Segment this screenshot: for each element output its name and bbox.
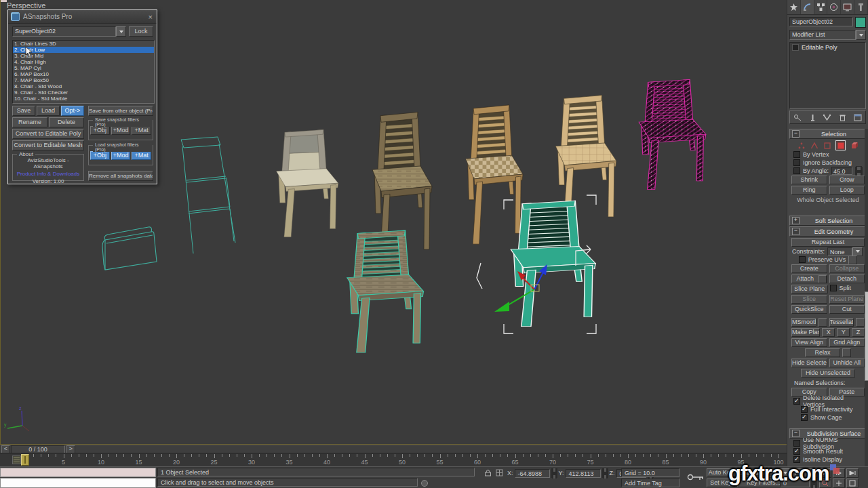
object-name-field[interactable]: SuperObject02 (789, 17, 853, 26)
remove-all-button[interactable]: Remove all snapshots data (88, 171, 153, 181)
unhide-all-button[interactable]: Unhide All (829, 359, 865, 367)
lock-button[interactable]: Lock (129, 26, 153, 37)
tab-motion[interactable] (827, 0, 841, 14)
product-info-link[interactable]: Product Info & Downloads (13, 171, 83, 177)
polygon-subobject-icon[interactable] (835, 140, 846, 150)
close-icon[interactable]: × (147, 13, 154, 21)
load-mat-button[interactable]: +Mat (132, 151, 151, 160)
view-align-button[interactable]: View Align (791, 338, 827, 347)
cushion-wireframe-object[interactable] (100, 221, 162, 279)
expand-icon[interactable]: + (792, 217, 800, 224)
snapshot-list-item[interactable]: 10. Chair - Std Marble (13, 96, 154, 102)
hide-unselected-button[interactable]: Hide Unselected (801, 369, 855, 378)
show-end-result-icon[interactable] (810, 114, 816, 121)
slice-plane-button[interactable]: Slice Plane (791, 285, 828, 293)
edge-subobject-icon[interactable] (810, 141, 819, 150)
angle-field[interactable]: 45.0 (831, 167, 852, 175)
selection-lock-icon[interactable] (484, 469, 492, 476)
modifier-list-dropdown[interactable]: Modifier List (789, 30, 866, 40)
tab-utilities[interactable] (854, 0, 868, 14)
grow-button[interactable]: Grow (829, 176, 865, 184)
modifier-stack[interactable]: Editable Poly (789, 42, 866, 109)
tab-display[interactable] (841, 0, 854, 14)
make-unique-icon[interactable] (823, 114, 831, 121)
attach-list-button[interactable] (818, 275, 827, 283)
collapse-icon[interactable]: − (792, 130, 800, 138)
attach-button[interactable]: Attach (791, 274, 827, 283)
chair-lines-wireframe-object[interactable] (173, 136, 241, 259)
snapshot-list-item[interactable]: 6. MAP Box10 (13, 71, 154, 77)
shrink-button[interactable]: Shrink (791, 176, 827, 184)
tessellate-button[interactable]: Tessellate (829, 318, 854, 327)
detach-button[interactable]: Detach (829, 274, 865, 283)
reset-plane-button[interactable]: Reset Plane (829, 295, 865, 304)
load-mod-button[interactable]: +Mod (111, 151, 131, 160)
msmooth-button[interactable]: MSmooth (791, 318, 816, 327)
remove-modifier-icon[interactable] (839, 114, 846, 121)
dropdown-arrow-icon[interactable] (856, 30, 866, 40)
make-planar-button[interactable]: Make Planar (791, 328, 820, 337)
rename-button[interactable]: Rename (12, 117, 47, 127)
maxscript-listener-top[interactable] (0, 468, 156, 477)
show-cage-checkbox[interactable] (801, 414, 808, 421)
snapshot-list-item[interactable]: 5. MAP Cyl (13, 65, 154, 71)
object-dropdown-value[interactable]: SuperObject02 (12, 26, 116, 37)
snapshot-list[interactable]: 1. Chair Lines 3D2. Chair Low3. Chair Mi… (12, 40, 155, 104)
snapshot-list-item[interactable]: 8. Chair - Std Wood (13, 83, 154, 89)
hide-selected-button[interactable]: Hide Selected (791, 359, 827, 367)
border-subobject-icon[interactable] (823, 141, 831, 150)
snapshot-list-item[interactable]: 7. MAP Box50 (13, 77, 154, 83)
absolute-mode-icon[interactable] (496, 469, 503, 476)
msmooth-settings-button[interactable] (818, 318, 827, 327)
save-obj-button[interactable]: +Obj (90, 126, 110, 135)
soft-selection-header[interactable]: + Soft Selection (789, 216, 867, 226)
object-color-swatch[interactable] (855, 17, 866, 28)
pin-stack-icon[interactable] (793, 114, 802, 121)
by-angle-checkbox[interactable] (793, 167, 800, 174)
by-vertex-checkbox[interactable] (793, 151, 800, 158)
selection-rollout-header[interactable]: − Selection (789, 129, 867, 139)
save-mod-button[interactable]: +Mod (111, 126, 131, 135)
chair-magenta-wireframe-object[interactable] (631, 76, 707, 198)
save-from-other-button[interactable]: Save from other object (Pro) (88, 106, 153, 116)
time-slider[interactable] (21, 454, 29, 466)
configure-modifier-sets-icon[interactable] (854, 114, 862, 121)
collapse-button[interactable]: Collapse (829, 264, 865, 273)
save-mat-button[interactable]: +Mat (132, 126, 151, 135)
preserve-uvs-settings-button[interactable] (848, 256, 857, 264)
use-nurms-checkbox[interactable] (793, 440, 800, 447)
snapshot-list-item[interactable]: 4. Chair High (13, 59, 154, 65)
relax-button[interactable]: Relax (805, 348, 840, 357)
ring-button[interactable]: Ring (791, 186, 827, 195)
object-dropdown[interactable]: SuperObject02 (12, 26, 126, 37)
move-gizmo[interactable] (469, 190, 611, 346)
create-button[interactable]: Create (791, 264, 827, 273)
y-coordinate-field[interactable]: 412.8113 (566, 469, 601, 478)
preserve-uvs-checkbox[interactable] (799, 256, 806, 263)
delete-isolated-checkbox[interactable] (793, 398, 800, 405)
load-obj-button[interactable]: +Obj (90, 151, 110, 160)
snapshot-list-item[interactable]: 2. Chair Low (13, 47, 154, 53)
x-coordinate-field[interactable]: -64.8988 (515, 469, 550, 478)
communicator-icon[interactable] (420, 479, 429, 487)
snapshot-list-item[interactable]: 3. Chair Mid (13, 53, 154, 59)
convert-mesh-button[interactable]: Convert to Editable Mesh (12, 140, 84, 150)
maximize-viewport-icon[interactable] (846, 479, 859, 488)
tessellate-settings-button[interactable] (856, 318, 865, 327)
perspective-viewport[interactable]: Perspective (0, 0, 787, 445)
stack-item-editable-poly[interactable]: Editable Poly (790, 43, 865, 52)
x-spinner[interactable] (551, 468, 557, 478)
x-button[interactable]: X (822, 328, 835, 337)
cut-button[interactable]: Cut (829, 305, 865, 314)
y-spinner[interactable] (602, 468, 608, 478)
dialog-titlebar[interactable]: ASnapshots Pro × (8, 10, 157, 24)
save-button[interactable]: Save (12, 106, 35, 116)
slice-button[interactable]: Slice (791, 295, 827, 304)
dropdown-arrow-icon[interactable] (116, 26, 126, 37)
chair-gray-object[interactable] (269, 126, 340, 245)
grid-align-button[interactable]: Grid Align (829, 338, 865, 347)
y-button[interactable]: Y (837, 328, 850, 337)
viewport-label[interactable]: Perspective (7, 1, 45, 9)
load-button[interactable]: Load (37, 106, 60, 116)
z-button[interactable]: Z (852, 328, 865, 337)
